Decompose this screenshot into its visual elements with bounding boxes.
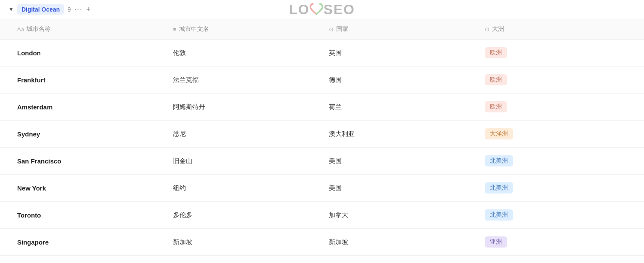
cell-city-zh: 阿姆斯特丹 — [166, 94, 322, 120]
cell-city-en: Toronto — [10, 202, 166, 228]
table-row[interactable]: Bangalore 班加罗尔 印度 亚洲 — [0, 256, 644, 263]
cell-country: 澳大利亚 — [322, 121, 478, 147]
table-row[interactable]: New York 纽约 美国 北美洲 — [0, 175, 644, 202]
cell-city-zh: 新加坡 — [166, 229, 322, 255]
top-bar: ▼ Digital Ocean 9 ··· + LO SEO — [0, 0, 644, 19]
cell-country: 加拿大 — [322, 202, 478, 228]
cell-city-en: Bangalore — [10, 256, 166, 263]
database-label[interactable]: Digital Ocean — [17, 4, 64, 15]
col-icon-country: ⊙ — [329, 26, 334, 33]
cell-city-zh: 旧金山 — [166, 148, 322, 174]
cell-country: 英国 — [322, 39, 478, 66]
continent-badge: 大洋洲 — [485, 128, 513, 139]
col-icon-continent: ⊙ — [485, 26, 489, 33]
cell-city-zh: 纽约 — [166, 175, 322, 201]
continent-badge: 欧洲 — [485, 47, 507, 58]
cell-continent: 北美洲 — [478, 148, 634, 174]
cell-city-en: Amsterdam — [10, 94, 166, 120]
cell-continent: 北美洲 — [478, 202, 634, 228]
cell-country: 美国 — [322, 148, 478, 174]
cell-city-en: Frankfurt — [10, 67, 166, 93]
col-icon-city-en: Aa — [17, 26, 24, 33]
cell-country: 美国 — [322, 175, 478, 201]
continent-badge: 北美洲 — [485, 209, 513, 221]
cell-continent: 欧洲 — [478, 94, 634, 120]
col-header-city-en: Aa 城市名称 — [10, 19, 166, 39]
col-label-continent: 大洲 — [492, 25, 504, 33]
col-label-city-en: 城市名称 — [27, 25, 51, 33]
cell-city-zh: 多伦多 — [166, 202, 322, 228]
cell-city-en: San Francisco — [10, 148, 166, 174]
col-label-country: 国家 — [336, 25, 348, 33]
continent-badge: 欧洲 — [485, 74, 507, 85]
col-header-country: ⊙ 国家 — [322, 19, 478, 39]
table-row[interactable]: Amsterdam 阿姆斯特丹 荷兰 欧洲 — [0, 94, 644, 121]
cell-city-en: New York — [10, 175, 166, 201]
table-row[interactable]: Sydney 悉尼 澳大利亚 大洋洲 — [0, 121, 644, 148]
continent-badge: 欧洲 — [485, 101, 507, 112]
logo-seo: SEO — [323, 2, 355, 18]
cell-city-en: Sydney — [10, 121, 166, 147]
more-options-button[interactable]: ··· — [74, 6, 82, 13]
cell-country: 德国 — [322, 67, 478, 93]
cell-continent: 北美洲 — [478, 175, 634, 201]
cell-country: 印度 — [322, 256, 478, 263]
cell-city-zh: 法兰克福 — [166, 67, 322, 93]
cell-continent: 大洋洲 — [478, 121, 634, 147]
col-icon-city-zh: ≡ — [173, 26, 176, 33]
add-record-button[interactable]: + — [86, 5, 91, 14]
table-row[interactable]: Frankfurt 法兰克福 德国 欧洲 — [0, 67, 644, 94]
cell-city-en: Singapore — [10, 229, 166, 255]
cell-city-zh: 班加罗尔 — [166, 256, 322, 263]
cell-continent: 欧洲 — [478, 39, 634, 66]
logo: LO SEO — [289, 2, 355, 18]
data-table: Aa 城市名称 ≡ 城市中文名 ⊙ 国家 ⊙ 大洲 London 伦敦 英国 欧… — [0, 19, 644, 263]
continent-badge: 北美洲 — [485, 182, 513, 193]
table-row[interactable]: Toronto 多伦多 加拿大 北美洲 — [0, 202, 644, 229]
table-row[interactable]: Singapore 新加坡 新加坡 亚洲 — [0, 229, 644, 256]
col-label-city-zh: 城市中文名 — [179, 25, 209, 33]
table-body: London 伦敦 英国 欧洲 Frankfurt 法兰克福 德国 欧洲 Ams… — [0, 39, 644, 263]
top-bar-left: ▼ Digital Ocean 9 ··· + — [9, 4, 91, 15]
col-header-continent: ⊙ 大洲 — [478, 19, 634, 39]
table-row[interactable]: London 伦敦 英国 欧洲 — [0, 39, 644, 67]
logo-lo: LO — [289, 2, 310, 18]
row-count: 9 — [67, 6, 71, 13]
table-row[interactable]: San Francisco 旧金山 美国 北美洲 — [0, 148, 644, 175]
table-header: Aa 城市名称 ≡ 城市中文名 ⊙ 国家 ⊙ 大洲 — [0, 19, 644, 39]
cell-continent: 亚洲 — [478, 256, 634, 263]
cell-city-zh: 悉尼 — [166, 121, 322, 147]
cell-city-en: London — [10, 39, 166, 66]
col-header-city-zh: ≡ 城市中文名 — [166, 19, 322, 39]
cell-city-zh: 伦敦 — [166, 39, 322, 66]
cell-country: 荷兰 — [322, 94, 478, 120]
chevron-down-icon[interactable]: ▼ — [9, 6, 14, 12]
cell-continent: 亚洲 — [478, 229, 634, 255]
continent-badge: 北美洲 — [485, 155, 513, 166]
cell-continent: 欧洲 — [478, 67, 634, 93]
cell-country: 新加坡 — [322, 229, 478, 255]
continent-badge: 亚洲 — [485, 236, 507, 248]
logo-heart — [310, 2, 323, 17]
